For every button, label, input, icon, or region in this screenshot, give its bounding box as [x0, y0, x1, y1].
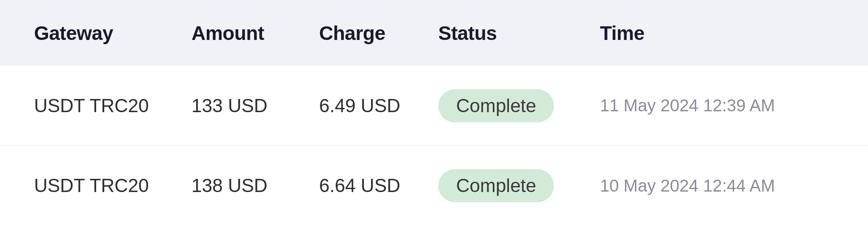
cell-time-1: 11 May 2024 12:39 AM — [600, 96, 834, 115]
status-badge-complete-2: Complete — [438, 169, 554, 202]
status-badge-complete-1: Complete — [438, 89, 554, 122]
transactions-table: Gateway Amount Charge Status Time USDT T… — [0, 0, 868, 226]
cell-time-2: 10 May 2024 12:44 AM — [600, 176, 834, 195]
header-amount: Amount — [191, 22, 319, 45]
cell-amount-2: 138 USD — [191, 175, 319, 196]
header-time: Time — [600, 22, 834, 45]
header-gateway: Gateway — [34, 22, 191, 45]
table-row: USDT TRC20 138 USD 6.64 USD Complete 10 … — [0, 146, 868, 226]
header-charge: Charge — [319, 22, 438, 45]
cell-gateway-2: USDT TRC20 — [34, 175, 191, 196]
cell-charge-2: 6.64 USD — [319, 175, 438, 196]
table-row: USDT TRC20 133 USD 6.49 USD Complete 11 … — [0, 66, 868, 146]
cell-status-1: Complete — [438, 89, 600, 122]
cell-status-2: Complete — [438, 169, 600, 202]
cell-amount-1: 133 USD — [191, 95, 319, 116]
cell-gateway-1: USDT TRC20 — [34, 95, 191, 116]
cell-charge-1: 6.49 USD — [319, 95, 438, 116]
table-header-row: Gateway Amount Charge Status Time — [0, 0, 868, 66]
header-status: Status — [438, 22, 600, 45]
